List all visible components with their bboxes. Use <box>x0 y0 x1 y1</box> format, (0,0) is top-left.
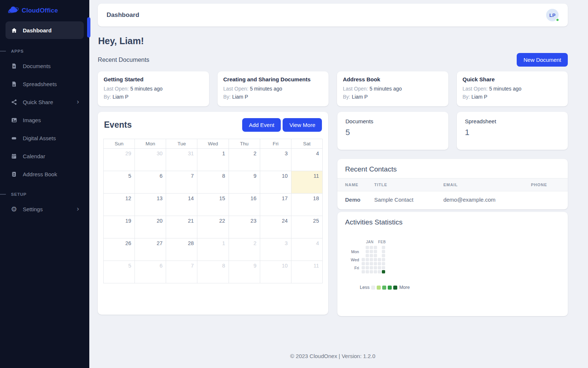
sidebar-item-spreadsheets[interactable]: Spreadsheets <box>6 76 84 92</box>
sidebar-item-dashboard[interactable]: Dashboard <box>6 21 84 39</box>
sidebar-item-settings[interactable]: ⚙Settings› <box>6 201 84 217</box>
heatmap-cell <box>382 254 385 257</box>
calendar-day-cell[interactable]: 7 <box>166 171 197 194</box>
sidebar-nav: DashboardAPPSWDocumentsSpreadsheetsQuick… <box>0 21 89 217</box>
recent-contacts-title: Recent Contacts <box>337 165 568 173</box>
legend-more-label: More <box>399 285 409 290</box>
calendar-day-cell[interactable]: 3 <box>260 238 291 261</box>
document-card-address-book[interactable]: Address BookLast Open: 5 minutes agoBy: … <box>337 71 448 106</box>
sidebar-item-images[interactable]: Images <box>6 112 84 128</box>
calendar-day-cell[interactable]: 22 <box>197 216 229 238</box>
calendar-day-cell[interactable]: 31 <box>166 149 197 171</box>
calendar-day-cell[interactable]: 4 <box>291 149 322 171</box>
heatmap-cell <box>362 266 365 269</box>
calendar-day-cell[interactable]: 6 <box>135 171 166 194</box>
calendar-day-cell[interactable]: 8 <box>197 171 229 194</box>
calendar-day-cell[interactable]: 15 <box>197 194 229 216</box>
sidebar-item-calendar[interactable]: Calendar <box>6 148 84 164</box>
calendar-day-cell[interactable]: 24 <box>260 216 291 238</box>
calendar-day-cell[interactable]: 25 <box>291 216 322 238</box>
sidebar-item-quick-share[interactable]: Quick Share› <box>6 94 84 110</box>
calendar-day-cell[interactable]: 5 <box>104 261 135 283</box>
recent-contacts-card: Recent Contacts NAMETITLEEMAILPHONE Demo… <box>337 159 568 209</box>
calendar-day-cell[interactable]: 10 <box>260 171 291 194</box>
calendar-day-cell[interactable]: 2 <box>229 238 260 261</box>
app-logo[interactable]: CloudOffice <box>0 0 89 20</box>
document-card-creating-and-sharing-documents[interactable]: Creating and Sharing DocumentsLast Open:… <box>218 71 329 106</box>
sidebar-item-digital-assets[interactable]: Digital Assets <box>6 130 84 146</box>
sidebar-section-label: APPS <box>11 49 89 53</box>
heatmap-week-column <box>366 246 369 273</box>
calendar-day-cell[interactable]: 2 <box>229 149 260 171</box>
calendar-day-cell[interactable]: 21 <box>166 216 197 238</box>
calendar-day-cell[interactable]: 10 <box>260 261 291 283</box>
by-value: Liam P <box>472 94 488 100</box>
contact-name[interactable]: Demo <box>337 191 374 208</box>
heatmap-cell <box>362 246 365 249</box>
calendar-day-cell[interactable]: 11 <box>291 171 322 194</box>
add-event-button[interactable]: Add Event <box>242 118 281 132</box>
document-w-icon: W <box>10 63 18 69</box>
calendar-day-cell[interactable]: 11 <box>291 261 322 283</box>
calendar-day-cell[interactable]: 27 <box>135 238 166 261</box>
calendar-day-cell[interactable]: 13 <box>135 194 166 216</box>
heatmap-cell <box>378 270 381 273</box>
calendar-day-cell[interactable]: 14 <box>166 194 197 216</box>
calendar-day-cell[interactable]: 18 <box>291 194 322 216</box>
document-card-quick-share[interactable]: Quick ShareLast Open: 5 minutes agoBy: L… <box>457 71 568 106</box>
calendar-day-cell[interactable]: 1 <box>197 238 229 261</box>
by-label: By: <box>343 94 350 100</box>
calendar-day-cell[interactable]: 9 <box>229 171 260 194</box>
heatmap-week-column <box>374 246 377 273</box>
sidebar-item-label: Dashboard <box>23 27 51 33</box>
new-document-button[interactable]: New Document <box>517 53 568 67</box>
calendar-day-cell[interactable]: 12 <box>104 194 135 216</box>
contacts-table: NAMETITLEEMAILPHONE DemoSample Contactde… <box>337 178 568 208</box>
events-title: Events <box>104 120 132 130</box>
sidebar-item-documents[interactable]: WDocuments <box>6 58 84 74</box>
document-card-title: Quick Share <box>463 76 562 82</box>
heatmap-week-column <box>370 246 373 273</box>
document-last-open: Last Open: 5 minutes ago <box>104 86 203 92</box>
legend-swatch <box>393 286 397 290</box>
user-avatar[interactable]: LP <box>546 9 559 21</box>
calendar-day-cell[interactable]: 3 <box>260 149 291 171</box>
heatmap-cell <box>362 250 365 253</box>
sidebar: CloudOffice DashboardAPPSWDocumentsSprea… <box>0 0 89 368</box>
calendar-day-cell[interactable]: 9 <box>229 261 260 283</box>
events-calendar: SunMonTueWedThuFriSat 293031123456789101… <box>103 139 323 283</box>
calendar-day-cell[interactable]: 29 <box>104 149 135 171</box>
calendar-day-cell[interactable]: 20 <box>135 216 166 238</box>
top-header: Dashboard LP <box>98 4 568 26</box>
stat-card-spreadsheet[interactable]: Spreadsheet1 <box>457 112 568 150</box>
calendar-day-cell[interactable]: 1 <box>197 149 229 171</box>
document-card-getting-started[interactable]: Getting StartedLast Open: 5 minutes agoB… <box>98 71 209 106</box>
recent-documents-label: Recent Documents <box>98 56 149 63</box>
calendar-day-cell[interactable]: 16 <box>229 194 260 216</box>
calendar-weekday-header: Sat <box>291 139 322 149</box>
calendar-day-cell[interactable]: 28 <box>166 238 197 261</box>
document-author: By: Liam P <box>463 94 562 100</box>
calendar-day-cell[interactable]: 23 <box>229 216 260 238</box>
calendar-day-cell[interactable]: 30 <box>135 149 166 171</box>
calendar-day-cell[interactable]: 6 <box>135 261 166 283</box>
heatmap-month-label: FEB <box>378 240 386 244</box>
heatmap-cell <box>378 246 381 249</box>
heatmap-cell <box>366 266 369 269</box>
calendar-day-cell[interactable]: 7 <box>166 261 197 283</box>
sidebar-item-label: Settings <box>23 206 43 212</box>
calendar-day-cell[interactable]: 5 <box>104 171 135 194</box>
legend-swatch <box>388 286 392 290</box>
view-more-button[interactable]: View More <box>283 118 322 132</box>
calendar-weekday-header: Mon <box>135 139 166 149</box>
calendar-day-cell[interactable]: 17 <box>260 194 291 216</box>
calendar-day-cell[interactable]: 8 <box>197 261 229 283</box>
calendar-day-cell[interactable]: 19 <box>104 216 135 238</box>
contact-row: DemoSample Contactdemo@example.com <box>337 191 568 208</box>
document-last-open: Last Open: 5 minutes ago <box>463 86 562 92</box>
heatmap-cell <box>366 254 369 257</box>
sidebar-item-address-book[interactable]: Address Book <box>6 166 84 182</box>
stat-card-documents[interactable]: Documents5 <box>337 112 448 150</box>
calendar-day-cell[interactable]: 4 <box>291 238 322 261</box>
calendar-day-cell[interactable]: 26 <box>104 238 135 261</box>
